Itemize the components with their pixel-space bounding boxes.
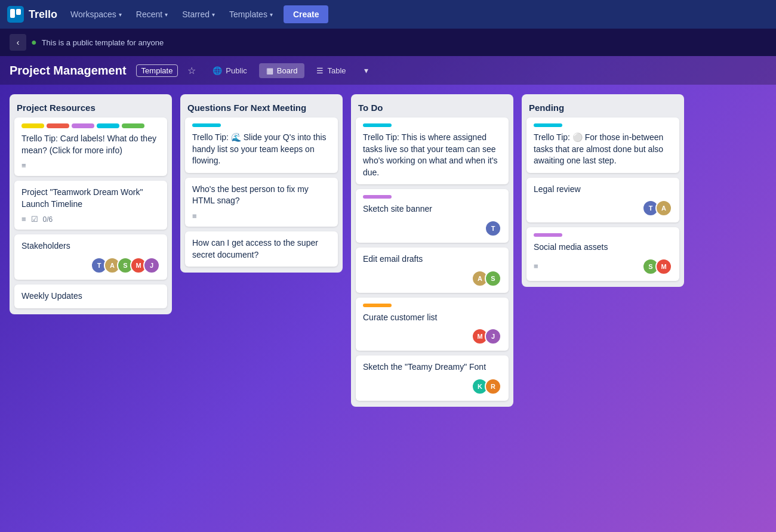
avatar-group: T A — [642, 200, 672, 216]
card-footer: ≡ — [21, 161, 160, 170]
card-footer: ≡ ☑ 0/6 — [21, 215, 160, 224]
public-icon: ● — [31, 37, 37, 48]
card-teamy-font[interactable]: Sketch the "Teamy Dreamy" Font K R — [356, 355, 509, 401]
card-launch-timeline[interactable]: Project "Teamwork Dream Work" Launch Tim… — [14, 181, 167, 230]
avatar-group: T — [485, 220, 501, 237]
column-title: Project Resources — [14, 100, 167, 117]
top-navigation: Trello Workspaces ▾ Recent ▾ Starred ▾ T… — [0, 0, 776, 29]
avatar: J — [485, 328, 501, 345]
board-icon: ▦ — [266, 66, 273, 75]
card-email-drafts[interactable]: Edit email drafts A S — [356, 248, 509, 293]
card-text: Sketch site banner — [363, 203, 501, 215]
card-label — [363, 195, 392, 199]
svg-rect-0 — [7, 6, 24, 23]
card-stakeholders[interactable]: Stakeholders T A S M J — [14, 234, 167, 280]
board-view-button[interactable]: ▦ Board — [259, 63, 305, 78]
card-label — [363, 123, 392, 127]
board-header: Project Management Template ☆ 🌐 Public ▦… — [0, 56, 776, 85]
card-footer: ≡ S M — [534, 258, 672, 275]
card-social-media[interactable]: Social media assets ≡ S M — [526, 227, 679, 281]
lines-icon: ≡ — [21, 215, 26, 224]
card-footer: T A — [534, 200, 672, 216]
card-text: Sketch the "Teamy Dreamy" Font — [363, 361, 501, 373]
card-qnm-tip[interactable]: Trello Tip: 🌊 Slide your Q's into this h… — [185, 117, 338, 173]
board-area: Project Resources Trello Tip: Card label… — [0, 85, 776, 416]
column-pending: Pending Trello Tip: ⚪ For those in-betwe… — [522, 94, 684, 287]
card-footer: T — [363, 220, 501, 237]
labels-row — [21, 123, 160, 128]
checklist-count: 0/6 — [43, 215, 53, 224]
templates-menu[interactable]: Templates ▾ — [223, 6, 279, 23]
card-text: Curate customer list — [363, 312, 501, 324]
card-customer-list[interactable]: Curate customer list M J — [356, 298, 509, 351]
card-text: Trello Tip: 🌊 Slide your Q's into this h… — [192, 132, 331, 167]
column-title: To Do — [356, 100, 509, 117]
card-html-snag[interactable]: Who's the best person to fix my HTML sna… — [185, 178, 338, 227]
card-label — [534, 123, 562, 127]
card-text: Legal review — [534, 184, 672, 196]
card-label — [363, 304, 392, 307]
more-options-button[interactable]: ▾ — [358, 63, 374, 78]
card-meta: ≡ ☑ 0/6 — [21, 215, 53, 224]
create-button[interactable]: Create — [284, 5, 329, 23]
lines-icon: ≡ — [534, 262, 538, 271]
public-notice-text: This is a public template for anyone — [42, 38, 164, 47]
card-todo-tip[interactable]: Trello Tip: This is where assigned tasks… — [356, 117, 509, 184]
public-icon-btn: 🌐 — [213, 66, 222, 75]
column-questions-next-meeting: Questions For Next Meeting Trello Tip: 🌊… — [180, 94, 343, 273]
card-secret-document[interactable]: How can I get access to the super secret… — [185, 231, 338, 267]
back-button[interactable]: ‹ — [10, 34, 26, 51]
column-title: Pending — [526, 100, 679, 117]
card-label — [534, 233, 562, 237]
card-text: Trello Tip: Card labels! What do they me… — [21, 133, 160, 156]
card-text: Edit email drafts — [363, 253, 501, 265]
avatar: A — [655, 200, 672, 216]
logo-text: Trello — [29, 8, 57, 21]
label-yellow — [21, 123, 44, 128]
avatar-group: K R — [472, 378, 501, 395]
svg-rect-1 — [10, 9, 15, 18]
column-title: Questions For Next Meeting — [185, 100, 338, 117]
board-title: Project Management — [10, 64, 127, 78]
starred-menu[interactable]: Starred ▾ — [176, 6, 221, 23]
card-footer: T A S M J — [21, 257, 160, 274]
avatar-group: S M — [642, 258, 672, 275]
trello-logo[interactable]: Trello — [7, 6, 57, 23]
avatar: R — [485, 378, 501, 395]
avatar: T — [485, 220, 501, 237]
public-button[interactable]: 🌐 Public — [205, 63, 254, 78]
avatar: M — [655, 258, 672, 275]
card-text: Stakeholders — [21, 240, 160, 252]
recent-menu[interactable]: Recent ▾ — [130, 6, 174, 23]
card-text: Weekly Updates — [21, 290, 160, 302]
card-pending-tip[interactable]: Trello Tip: ⚪ For those in-between tasks… — [526, 117, 679, 173]
card-legal-review[interactable]: Legal review T A — [526, 178, 679, 223]
label-green — [122, 123, 144, 128]
card-sketch-banner[interactable]: Sketch site banner T — [356, 189, 509, 243]
checklist-icon: ☑ — [31, 215, 38, 224]
table-icon: ☰ — [316, 66, 324, 75]
avatar-group: A S — [472, 270, 501, 287]
avatar: S — [485, 270, 501, 287]
avatar: J — [143, 257, 160, 274]
card-weekly-updates[interactable]: Weekly Updates — [14, 284, 167, 308]
avatar-group: M J — [472, 328, 501, 345]
label-red — [47, 123, 69, 128]
lines-icon: ≡ — [192, 212, 197, 221]
avatar-group: T A S M J — [91, 257, 160, 274]
public-notice-bar: ‹ ● This is a public template for anyone — [0, 29, 776, 56]
workspaces-menu[interactable]: Workspaces ▾ — [64, 6, 128, 23]
card-text: Trello Tip: ⚪ For those in-between tasks… — [534, 132, 672, 167]
card-footer: ≡ — [192, 212, 331, 221]
card-labels-tip[interactable]: Trello Tip: Card labels! What do they me… — [14, 117, 167, 176]
card-text: Who's the best person to fix my HTML sna… — [192, 184, 331, 207]
column-to-do: To Do Trello Tip: This is where assigned… — [351, 94, 513, 407]
template-badge: Template — [136, 64, 178, 77]
label-cyan — [97, 123, 119, 128]
card-footer: A S — [363, 270, 501, 287]
card-footer: K R — [363, 378, 501, 395]
star-button[interactable]: ☆ — [183, 63, 201, 79]
table-view-button[interactable]: ☰ Table — [309, 63, 353, 78]
card-label — [192, 123, 221, 127]
card-text: How can I get access to the super secret… — [192, 237, 331, 261]
